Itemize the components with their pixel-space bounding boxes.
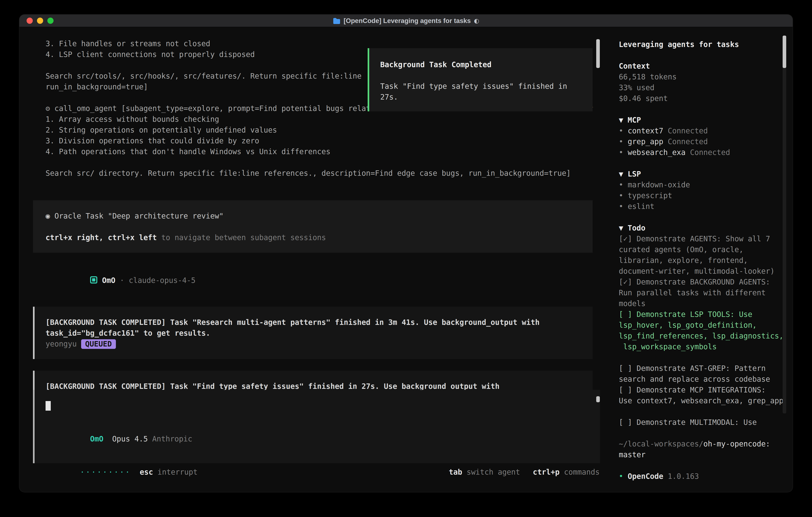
collapse-triangle-icon: ▼ <box>619 170 623 178</box>
agent-icon <box>90 276 97 283</box>
sidebar-scrollbar-track[interactable] <box>783 35 786 413</box>
working-spinner-icon: ········· <box>80 468 131 477</box>
agent-model: · claude-opus-4-5 <box>115 276 196 285</box>
message-author: yeongyu <box>46 340 77 348</box>
bullet-icon: • <box>619 137 623 146</box>
minimize-window-button[interactable] <box>37 18 43 24</box>
oracle-task-icon: ◉ <box>46 212 50 220</box>
titlebar: [OpenCode] Leveraging agents for tasks ◐ <box>19 15 793 27</box>
background-task-message: [BACKGROUND TASK COMPLETED] Task "Find t… <box>33 371 592 390</box>
sidebar-scrollbar-thumb[interactable] <box>783 35 786 68</box>
context-tokens: 66,518 tokens <box>619 72 785 82</box>
tab-key-hint[interactable]: tab <box>449 468 462 477</box>
bullet-icon: • <box>619 181 623 189</box>
bullet-icon: • <box>619 202 623 211</box>
input-agent-label[interactable]: OmO <box>90 435 104 443</box>
mcp-item: • context7 Connected <box>619 126 785 136</box>
message-text: [BACKGROUND TASK COMPLETED] Task "Resear… <box>46 317 585 328</box>
version-line: • OpenCode 1.0.163 <box>619 471 785 482</box>
session-title: Leveraging agents for tasks <box>619 39 785 50</box>
input-model-label[interactable]: Opus 4.5 <box>112 435 148 443</box>
tool-list-line: 1. Array access without bounds checking <box>46 114 607 125</box>
tool-list-line: 3. Division operations that could divide… <box>46 136 607 146</box>
text-cursor <box>46 401 51 411</box>
queued-badge: QUEUED <box>81 339 116 349</box>
main-scrollbar-thumb-bottom[interactable] <box>596 396 600 402</box>
window-title: [OpenCode] Leveraging agents for tasks ◐ <box>333 17 479 25</box>
session-sidebar: Leveraging agents for tasks Context 66,5… <box>607 27 793 492</box>
agent-header: OmO · claude-opus-4-5 <box>46 264 607 297</box>
tab-key-label: switch agent <box>462 468 520 477</box>
esc-key-label: interrupt <box>153 468 198 477</box>
prompt-input[interactable]: OmOOpus 4.5Anthropic <box>33 390 600 463</box>
todo-item: [ ] Demonstrate MCP INTEGRATIONS: Use co… <box>619 385 785 406</box>
status-bar: ·········esc interrupt tab switch agentc… <box>35 467 600 478</box>
bullet-icon: • <box>619 191 623 200</box>
workspace-path: ~/local-workspaces/oh-my-opencode: <box>619 439 785 450</box>
bullet-icon: • <box>619 127 623 135</box>
zoom-window-button[interactable] <box>47 18 54 24</box>
traffic-lights <box>27 15 54 27</box>
todo-item: [ ] Demonstrate AST-GREP: Pattern search… <box>619 363 785 385</box>
mcp-item: • websearch_exa Connected <box>619 147 785 158</box>
todo-section-header[interactable]: ▼Todo <box>619 223 785 234</box>
lsp-item: • typescript <box>619 190 785 201</box>
toast-body: Task "Find type safety issues" finished … <box>380 81 587 103</box>
lsp-item: • eslint <box>619 201 785 212</box>
todo-item: [✓] Demonstrate AGENTS: Show all 7 curat… <box>619 234 785 277</box>
terminal-window: [OpenCode] Leveraging agents for tasks ◐… <box>19 15 793 492</box>
close-window-button[interactable] <box>27 18 33 24</box>
oracle-hint-text: to navigate between subagent sessions <box>157 233 326 242</box>
main-scrollbar-thumb[interactable] <box>596 39 600 68</box>
scrollback-line: Search src/ directory. Return specific f… <box>46 168 607 179</box>
oracle-hint-keys: ctrl+x right, ctrl+x left <box>46 233 157 242</box>
oracle-task-title: Oracle Task "Deep architecture review" <box>50 212 224 220</box>
ctrlp-key-hint[interactable]: ctrl+p <box>533 468 560 477</box>
todo-item: [ ] Demonstrate LSP TOOLS: Use lsp_hover… <box>619 309 785 352</box>
agent-name: OmO <box>102 276 115 285</box>
bullet-icon: • <box>619 148 623 157</box>
ctrlp-key-label: commands <box>560 468 600 477</box>
gear-icon: ⚙ <box>46 104 50 113</box>
scrollback-line: 3. File handles or streams not closed <box>46 38 607 49</box>
tool-list-line: 4. Path operations that don't handle Win… <box>46 146 607 157</box>
folder-icon <box>333 18 341 24</box>
todo-item: [ ] Demonstrate MULTIMODAL: Use <box>619 417 785 428</box>
mcp-item: • grep_app Connected <box>619 136 785 147</box>
main-pane: 3. File handles or streams not closed 4.… <box>19 27 607 492</box>
session-activity-icon: ◐ <box>474 17 479 24</box>
esc-key-hint[interactable]: esc <box>140 468 153 477</box>
todo-item: [✓] Demonstrate BACKGROUND AGENTS: Run p… <box>619 277 785 309</box>
lsp-item: • markdown-oxide <box>619 180 785 190</box>
task-completed-toast[interactable]: Background Task Completed Task "Find typ… <box>368 48 592 111</box>
workspace-branch: master <box>619 450 785 460</box>
status-left: ·········esc interrupt <box>35 456 198 488</box>
collapse-triangle-icon: ▼ <box>619 224 623 232</box>
mcp-section-header[interactable]: ▼MCP <box>619 115 785 126</box>
toast-title: Background Task Completed <box>380 59 587 70</box>
context-spent: $0.46 spent <box>619 93 785 104</box>
background-task-message: [BACKGROUND TASK COMPLETED] Task "Resear… <box>33 307 592 359</box>
message-text: [BACKGROUND TASK COMPLETED] Task "Find t… <box>46 381 585 390</box>
bullet-icon: • <box>619 472 623 481</box>
window-title-text: [OpenCode] Leveraging agents for tasks <box>344 17 471 25</box>
oracle-task-panel: ◉ Oracle Task "Deep architecture review"… <box>33 200 592 253</box>
input-provider-label: Anthropic <box>152 435 192 443</box>
context-used: 33% used <box>619 82 785 93</box>
tool-list-line: 2. String operations on potentially unde… <box>46 125 607 136</box>
context-heading: Context <box>619 61 785 72</box>
collapse-triangle-icon: ▼ <box>619 116 623 124</box>
status-right: tab switch agentctrl+p commands <box>404 456 600 488</box>
lsp-section-header[interactable]: ▼LSP <box>619 169 785 180</box>
message-text: task_id="bg_dcfac161" to get results. <box>46 328 585 339</box>
